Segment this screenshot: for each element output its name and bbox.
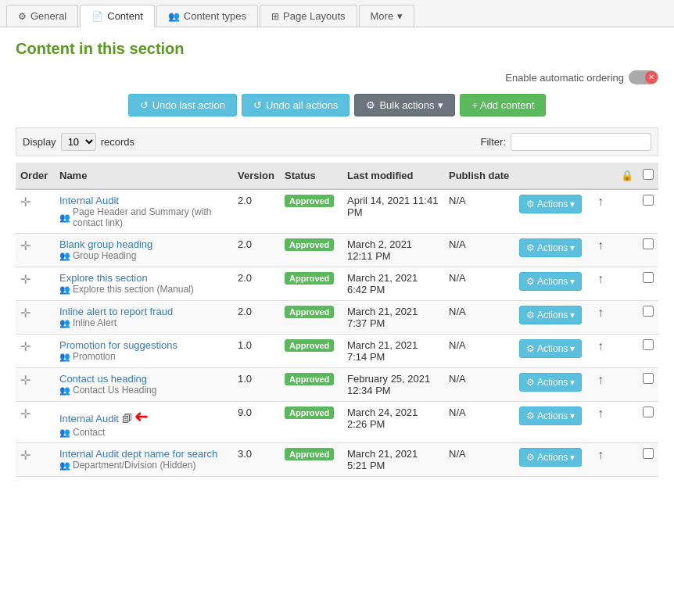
tab-page-layouts[interactable]: ⊞ Page Layouts xyxy=(260,5,357,27)
dropdown-arrow: ▾ xyxy=(570,242,575,253)
drag-handle[interactable]: ✛ xyxy=(16,368,55,402)
select-all-checkbox[interactable] xyxy=(643,169,654,180)
item-checkbox[interactable] xyxy=(643,448,654,459)
item-version: 9.0 xyxy=(233,402,280,443)
status-badge: Approved xyxy=(285,339,334,352)
item-checkbox-cell[interactable] xyxy=(638,402,658,443)
copy-icon[interactable]: 🗐 xyxy=(122,413,132,424)
add-content-button[interactable]: + Add content xyxy=(460,94,546,116)
table-row: ✛Internal Audit 🗐 ➜👥Contact9.0ApprovedMa… xyxy=(16,402,658,443)
undo-all-icon: ↺ xyxy=(253,99,262,111)
actions-button[interactable]: ⚙ Actions ▾ xyxy=(519,306,582,324)
item-checkbox-cell[interactable] xyxy=(638,335,658,368)
drag-handle[interactable]: ✛ xyxy=(16,301,55,335)
drag-icon: ✛ xyxy=(20,273,30,286)
item-name-cell: Explore this section👥Explore this sectio… xyxy=(55,267,233,301)
up-arrow-icon[interactable]: ↑ xyxy=(597,272,604,285)
drag-handle[interactable]: ✛ xyxy=(16,267,55,301)
filter-input[interactable] xyxy=(511,133,651,151)
drag-handle[interactable]: ✛ xyxy=(16,189,55,234)
item-up-cell[interactable]: ↑ xyxy=(593,267,616,301)
content-icon: 📄 xyxy=(91,11,103,22)
item-checkbox[interactable] xyxy=(643,272,654,283)
item-checkbox-cell[interactable] xyxy=(638,267,658,301)
item-checkbox[interactable] xyxy=(643,406,654,417)
item-lock-cell xyxy=(616,301,638,335)
content-type-icon: 👥 xyxy=(59,460,70,471)
item-checkbox[interactable] xyxy=(643,373,654,384)
tab-content[interactable]: 📄 Content xyxy=(80,5,155,27)
up-arrow-icon[interactable]: ↑ xyxy=(597,238,604,252)
filter-label: Filter: xyxy=(481,136,507,148)
item-link[interactable]: Internal Audit dept name for search xyxy=(59,448,217,460)
th-lock: 🔒 xyxy=(616,163,638,189)
item-checkbox[interactable] xyxy=(643,238,654,249)
actions-button[interactable]: ⚙ Actions ▾ xyxy=(519,406,582,425)
item-link[interactable]: Explore this section xyxy=(59,272,148,284)
item-status: Approved xyxy=(280,189,342,234)
up-arrow-icon[interactable]: ↑ xyxy=(597,406,604,420)
drag-icon: ✛ xyxy=(20,195,30,209)
undo-last-button[interactable]: ↺ Undo last action xyxy=(128,94,237,116)
item-link[interactable]: Internal Audit 🗐 xyxy=(59,413,132,424)
display-select[interactable]: 10 25 50 xyxy=(61,133,96,151)
drag-handle[interactable]: ✛ xyxy=(16,335,55,368)
up-arrow-icon[interactable]: ↑ xyxy=(597,339,604,353)
undo-all-button[interactable]: ↺ Undo all actions xyxy=(242,94,350,116)
item-checkbox-cell[interactable] xyxy=(638,234,658,267)
up-arrow-icon[interactable]: ↑ xyxy=(597,195,604,208)
drag-handle[interactable]: ✛ xyxy=(16,443,55,477)
actions-button[interactable]: ⚙ Actions ▾ xyxy=(519,373,582,392)
item-last-modified: March 21, 2021 7:14 PM xyxy=(342,335,444,368)
bulk-actions-button[interactable]: ⚙ Bulk actions ▾ xyxy=(354,94,455,116)
auto-ordering-toggle[interactable]: ✕ xyxy=(629,70,658,84)
tab-general[interactable]: ⚙ General xyxy=(6,5,78,27)
actions-button[interactable]: ⚙ Actions ▾ xyxy=(519,339,582,358)
item-name-cell: Contact us heading👥Contact Us Heading xyxy=(55,368,233,402)
item-checkbox[interactable] xyxy=(643,339,654,350)
item-name-cell: Internal Audit👥Page Header and Summary (… xyxy=(55,189,233,234)
item-up-cell[interactable]: ↑ xyxy=(593,234,616,267)
status-badge: Approved xyxy=(285,238,334,251)
item-checkbox-cell[interactable] xyxy=(638,189,658,234)
content-types-icon: 👥 xyxy=(168,11,180,22)
actions-button[interactable]: ⚙ Actions ▾ xyxy=(519,238,582,257)
item-actions-cell: ⚙ Actions ▾ xyxy=(514,189,593,234)
up-arrow-icon[interactable]: ↑ xyxy=(597,448,604,461)
item-up-cell[interactable]: ↑ xyxy=(593,335,616,368)
item-lock-cell xyxy=(616,234,638,267)
item-checkbox[interactable] xyxy=(643,195,654,206)
actions-button[interactable]: ⚙ Actions ▾ xyxy=(519,272,582,291)
item-version: 1.0 xyxy=(233,335,280,368)
item-checkbox[interactable] xyxy=(643,306,654,317)
table-row: ✛Inline alert to report fraud👥Inline Ale… xyxy=(16,301,658,335)
drag-handle[interactable]: ✛ xyxy=(16,234,55,267)
item-last-modified: April 14, 2021 11:41 PM xyxy=(342,189,444,234)
item-up-cell[interactable]: ↑ xyxy=(593,368,616,402)
item-link[interactable]: Inline alert to report fraud xyxy=(59,306,173,317)
item-up-cell[interactable]: ↑ xyxy=(593,443,616,477)
item-link[interactable]: Internal Audit xyxy=(59,195,119,206)
item-link[interactable]: Contact us heading xyxy=(59,373,147,385)
item-checkbox-cell[interactable] xyxy=(638,301,658,335)
item-last-modified: March 2, 2021 12:11 PM xyxy=(342,234,444,267)
th-modified: Last modified xyxy=(342,163,444,189)
item-up-cell[interactable]: ↑ xyxy=(593,189,616,234)
item-version: 3.0 xyxy=(233,443,280,477)
table-row: ✛Promotion for suggestions👥Promotion1.0A… xyxy=(16,335,658,368)
actions-button[interactable]: ⚙ Actions ▾ xyxy=(519,195,582,213)
gear-icon: ⚙ xyxy=(526,343,535,354)
item-checkbox-cell[interactable] xyxy=(638,368,658,402)
item-lock-cell xyxy=(616,189,638,234)
drag-handle[interactable]: ✛ xyxy=(16,402,55,443)
item-up-cell[interactable]: ↑ xyxy=(593,301,616,335)
up-arrow-icon[interactable]: ↑ xyxy=(597,306,604,319)
item-up-cell[interactable]: ↑ xyxy=(593,402,616,443)
item-link[interactable]: Promotion for suggestions xyxy=(59,339,177,351)
item-checkbox-cell[interactable] xyxy=(638,443,658,477)
actions-button[interactable]: ⚙ Actions ▾ xyxy=(519,448,582,467)
tab-more[interactable]: More ▾ xyxy=(359,5,415,27)
up-arrow-icon[interactable]: ↑ xyxy=(597,373,604,386)
tab-content-types[interactable]: 👥 Content types xyxy=(156,5,258,27)
item-link[interactable]: Blank group heading xyxy=(59,238,152,250)
